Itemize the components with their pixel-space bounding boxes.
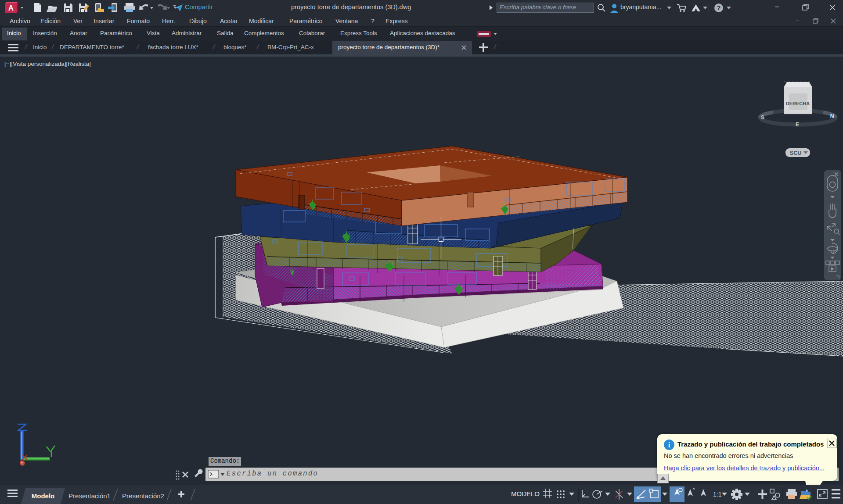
svg-text:1:1: 1:1: [713, 491, 722, 498]
svg-text:SCU: SCU: [790, 150, 801, 156]
svg-text:?: ?: [717, 4, 721, 11]
svg-text:i: i: [668, 441, 670, 449]
svg-text:N: N: [830, 113, 834, 119]
svg-text:Modelo: Modelo: [32, 492, 55, 500]
svg-text:[−][Vista personalizada][Reali: [−][Vista personalizada][Realista]: [4, 61, 91, 67]
svg-text:S: S: [761, 114, 764, 121]
svg-text:A: A: [8, 4, 14, 12]
svg-text:DERECHA: DERECHA: [786, 101, 810, 106]
svg-text:Presentación1: Presentación1: [68, 492, 111, 500]
svg-text:E: E: [796, 122, 799, 128]
svg-text:Presentación2: Presentación2: [122, 492, 164, 500]
